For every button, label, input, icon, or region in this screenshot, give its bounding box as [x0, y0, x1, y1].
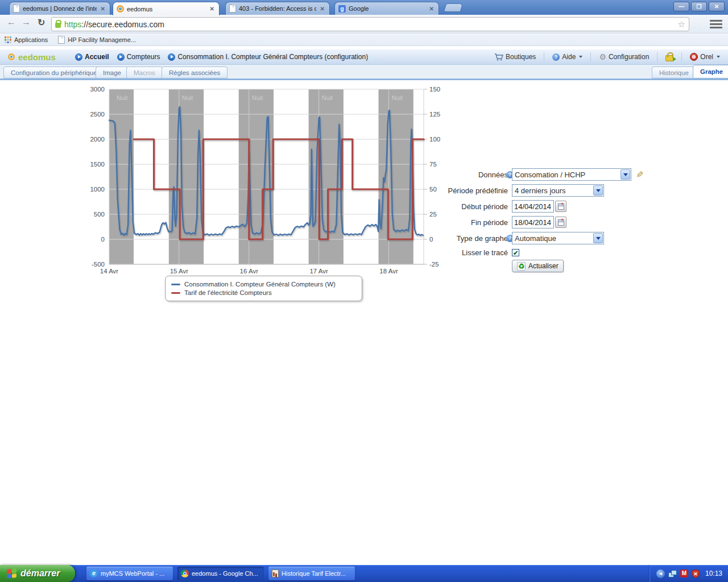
chrome-icon [181, 569, 189, 577]
svg-text:75: 75 [429, 161, 437, 168]
header-right: Boutiques ? Aide ⚙ Configuration Orel [492, 52, 722, 61]
close-icon[interactable]: ✕ [428, 6, 435, 12]
restore-button[interactable]: ❐ [691, 2, 707, 11]
svg-text:17 Avr: 17 Avr [309, 268, 328, 275]
chart-legend: Consommation I. Compteur Général Compteu… [165, 276, 362, 301]
legend-item-tarif[interactable]: Tarif de l'électricité Compteurs [171, 289, 356, 296]
form-row-periode: Période prédéfinie 4 derniers jours [444, 184, 604, 197]
calendar-button[interactable] [555, 217, 566, 228]
ssl-lock-icon[interactable] [55, 23, 61, 28]
back-icon[interactable]: ← [7, 17, 16, 27]
configuration-link[interactable]: ⚙ Configuration [597, 53, 651, 61]
tab-title: eedomus [127, 6, 206, 13]
arrow-circle-icon [168, 53, 175, 61]
svg-text:Nuit: Nuit [391, 94, 403, 101]
eedomus-logo-icon [8, 53, 15, 60]
type-graphe-select[interactable]: Automatique [512, 232, 604, 244]
taskbar-button-mymcs[interactable]: e myMCS WebPortal - ... [86, 567, 173, 580]
form-row-fin: Fin période [444, 216, 566, 228]
new-tab-button[interactable] [444, 3, 464, 12]
browser-tab-3[interactable]: 403 - Forbidden: Access is d ✕ [225, 2, 330, 15]
document-chart-icon [272, 569, 279, 577]
calendar-button[interactable] [555, 201, 566, 212]
breadcrumb-accueil[interactable]: Accueil [75, 53, 109, 61]
form-row-donnees: Données ? Consomation / HCHP ✎ [444, 168, 643, 181]
system-tray: ◄ M ✕ 10:13 [649, 565, 728, 582]
breadcrumb-compteurs[interactable]: Compteurs [117, 53, 160, 61]
chrome-menu-icon[interactable] [710, 20, 722, 28]
debut-date-input[interactable] [512, 200, 554, 213]
mcafee-icon[interactable]: M [680, 569, 688, 577]
windows-logo-icon [7, 568, 16, 579]
arrow-circle-icon [117, 53, 125, 61]
eedomus-logo[interactable]: eedomus [8, 52, 65, 62]
aide-menu[interactable]: ? Aide [550, 53, 585, 61]
edit-pencil-icon[interactable]: ✎ [636, 169, 643, 180]
tab-image[interactable]: Image [96, 66, 129, 78]
tab-historique[interactable]: Historique [652, 66, 696, 78]
svg-text:500: 500 [94, 211, 105, 218]
bookmark-star-icon[interactable]: ☆ [678, 19, 685, 30]
power-icon [690, 53, 698, 61]
breadcrumb-device[interactable]: Consommation I. Compteur Général Compteu… [168, 53, 368, 61]
fin-label: Fin période [444, 218, 508, 227]
refresh-icon: ♻ [517, 262, 526, 271]
browser-tab-1[interactable]: eedomus | Donnez de l'intelli ✕ [9, 2, 110, 15]
tray-collapse-icon[interactable]: ◄ [656, 569, 665, 578]
calendar-icon [558, 203, 564, 210]
lock-icon [665, 55, 673, 61]
svg-text:50: 50 [429, 186, 437, 193]
session-lock-button[interactable] [663, 52, 676, 61]
device-tabs-bar: Configuration du périphérique Image Macr… [0, 65, 728, 80]
browser-tab-2-active[interactable]: eedomus ✕ [113, 2, 220, 15]
tab-regles-associees[interactable]: Règles associées [162, 66, 228, 78]
svg-text:25: 25 [429, 211, 437, 218]
security-shield-icon[interactable]: ✕ [692, 569, 700, 578]
close-icon[interactable]: ✕ [209, 6, 216, 12]
form-row-debut: Début période [444, 200, 566, 213]
legend-item-consommation[interactable]: Consommation I. Compteur Général Compteu… [171, 281, 356, 288]
taskbar-button-eedomus[interactable]: eedomus - Google Ch... [177, 567, 264, 580]
tab-graphe[interactable]: Graphe [693, 65, 728, 78]
close-icon[interactable]: ✕ [319, 6, 326, 12]
content-area: NuitNuitNuitNuitNuit30002500200015001000… [0, 80, 728, 565]
url-text[interactable]: https://secure.eedomus.com [64, 20, 164, 29]
tab-macros: Macros [126, 66, 163, 78]
desktop: eedomus | Donnez de l'intelli ✕ eedomus … [0, 0, 728, 582]
bookmark-applications[interactable]: Applications [5, 36, 48, 43]
periode-select[interactable]: 4 derniers jours [512, 184, 604, 197]
eedomus-icon [117, 5, 124, 13]
browser-tab-4[interactable]: g Google ✕ [334, 2, 439, 15]
lisser-checkbox[interactable]: ✔ [512, 249, 519, 256]
fin-date-input[interactable] [512, 216, 554, 228]
svg-text:125: 125 [429, 111, 440, 118]
lisser-label: Lisser le tracé [444, 248, 508, 257]
close-icon[interactable]: ✕ [100, 6, 106, 12]
refresh-icon[interactable]: ↻ [38, 17, 45, 28]
internet-explorer-icon: e [90, 569, 98, 577]
periode-label: Période prédéfinie [444, 186, 508, 195]
bookmark-hp-facility[interactable]: HP Facility Manageme... [58, 36, 136, 44]
page-icon [58, 36, 65, 44]
tab-title: Google [349, 5, 425, 12]
form-row-type: Type de graphe ? Automatique [444, 232, 604, 244]
minimize-button[interactable]: — [673, 2, 689, 11]
tab-title: 403 - Forbidden: Access is d [239, 5, 316, 12]
legend-swatch-blue [171, 284, 180, 285]
forward-icon[interactable]: → [22, 17, 31, 27]
user-menu[interactable]: Orel [688, 53, 722, 61]
tab-configuration-peripherique[interactable]: Configuration du périphérique [3, 66, 105, 78]
svg-text:-500: -500 [92, 261, 105, 268]
donnees-select[interactable]: Consomation / HCHP [512, 168, 631, 181]
svg-text:Nuit: Nuit [117, 94, 128, 101]
google-icon: g [338, 5, 346, 13]
taskbar-button-historique[interactable]: Historique Tarif Electr... [268, 567, 355, 580]
close-button[interactable]: ✕ [709, 2, 725, 11]
start-button[interactable]: démarrer [0, 565, 75, 582]
breadcrumb: Accueil Compteurs Consommation I. Compte… [75, 53, 368, 61]
network-icon[interactable] [668, 570, 677, 577]
boutiques-link[interactable]: Boutiques [492, 53, 538, 61]
address-bar[interactable]: https://secure.eedomus.com ☆ [51, 17, 689, 31]
actualiser-button[interactable]: ♻ Actualiser [512, 260, 564, 272]
page-icon [13, 5, 20, 13]
